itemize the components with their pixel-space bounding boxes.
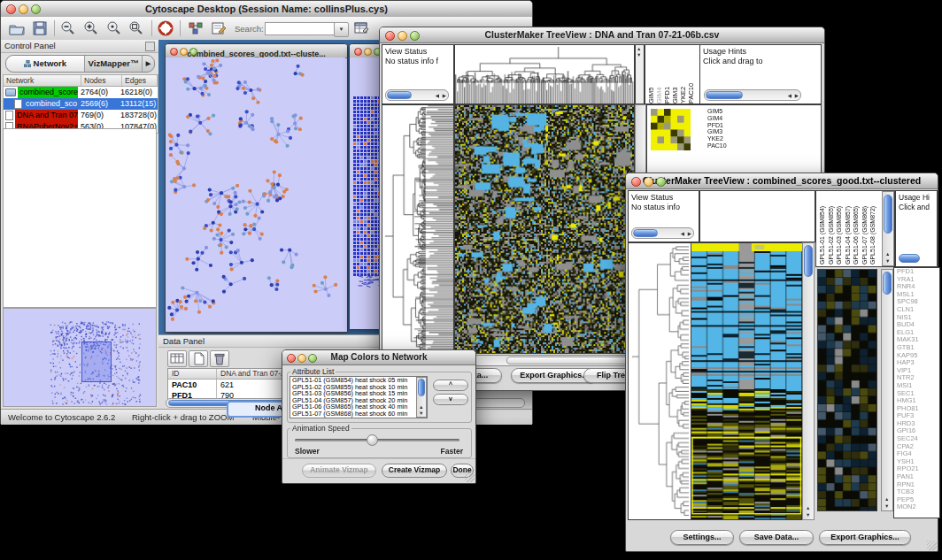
col-id[interactable]: ID [168, 369, 217, 379]
column-label[interactable]: GIM4 [655, 45, 663, 104]
network-table-row[interactable]: combined_sco 2569(6) 13112(15) [4, 98, 158, 110]
row-label[interactable]: PAC10 [707, 142, 727, 150]
scroll-left-icon[interactable]: ◀ [436, 93, 439, 98]
minimize-button[interactable] [19, 4, 28, 14]
scrollbar-thumb[interactable] [884, 195, 892, 234]
attribute-list-item[interactable]: GPL51-07 (GSM868) heat shock 60 min [290, 410, 427, 418]
resize-grip[interactable] [465, 472, 475, 482]
treeview1-titlebar[interactable]: ClusterMaker TreeView : DNA and Tran 07-… [380, 27, 824, 43]
row-label[interactable]: GIM3 [707, 128, 727, 135]
zoom-button[interactable] [189, 48, 197, 56]
network-table-row[interactable]: combined_scores 2764(0) 16218(0) [4, 87, 158, 98]
close-button[interactable] [170, 48, 178, 56]
scroll-right-icon[interactable]: ▶ [795, 93, 799, 98]
close-button[interactable] [6, 4, 16, 14]
tv1-corner-scroll[interactable]: ▲ ▼ [635, 44, 645, 104]
tv1-col-dendrogram[interactable] [454, 44, 635, 104]
scroll-up-icon[interactable]: ▲ [884, 496, 889, 502]
network-overview-panel[interactable] [3, 308, 157, 407]
close-button[interactable] [631, 177, 641, 187]
col-edges[interactable]: Edges [122, 75, 158, 86]
tv2-col-dendrogram-area[interactable] [699, 190, 815, 242]
scroll-up-icon[interactable]: ▲ [637, 46, 641, 51]
dialog-titlebar[interactable]: Map Colors to Network [282, 350, 475, 365]
scroll-down-icon[interactable]: ▼ [806, 512, 810, 518]
settings-button[interactable]: Settings... [670, 530, 734, 545]
zoom-selected-button[interactable] [105, 19, 123, 37]
row-label[interactable]: PFD1 [707, 122, 727, 129]
scroll-left-icon[interactable]: ◀ [681, 231, 684, 236]
column-label[interactable]: GPL51-01 (GSM854) [818, 191, 827, 265]
new-attribute-icon[interactable] [189, 350, 208, 367]
zoom-button[interactable] [308, 354, 317, 363]
scroll-right-icon[interactable]: ▶ [688, 231, 691, 236]
tv2-zoom-heatmap[interactable] [817, 269, 877, 511]
scrollbar-thumb[interactable] [633, 229, 658, 237]
column-label[interactable]: PFD1 [663, 45, 671, 104]
column-label[interactable]: GPL51-07 (GSM868) [861, 191, 869, 265]
zoom-fit-button[interactable] [127, 19, 145, 37]
minimize-button[interactable] [398, 31, 407, 41]
detach-panel-icon[interactable] [145, 42, 155, 51]
close-button[interactable] [385, 31, 395, 41]
column-label[interactable]: GIM5 [647, 45, 655, 104]
overview-canvas[interactable] [4, 309, 156, 406]
tv2-row-dendrogram[interactable] [628, 242, 691, 520]
tv1-summary-heatmap[interactable] [651, 109, 691, 150]
network-table-row[interactable]: DNA and Tran 07 769(0) 183728(0) [4, 110, 158, 121]
row-label[interactable]: GIM4 [707, 115, 727, 122]
scrollbar-thumb[interactable] [706, 91, 743, 99]
minimize-button[interactable] [297, 354, 306, 363]
scrollbar-thumb[interactable] [899, 254, 920, 263]
column-label[interactable]: GPL51-02 (GSM855) [827, 191, 836, 265]
scrollbar-thumb[interactable] [418, 379, 425, 396]
column-label[interactable]: YKE2 [679, 45, 687, 104]
search-dropdown-arrow-icon[interactable]: ▼ [334, 22, 349, 37]
delete-attribute-trash-icon[interactable] [210, 350, 229, 367]
scroll-left-icon[interactable]: ◀ [788, 93, 791, 98]
resize-grip[interactable] [927, 541, 937, 550]
tv1-heatmap[interactable] [454, 104, 635, 354]
row-label[interactable]: YKE2 [707, 135, 727, 142]
move-up-button[interactable]: ^ [433, 380, 468, 391]
tv2-heatmap-vscrollbar[interactable]: ▲ ▼ [802, 242, 815, 520]
usage-hints-scrollbar[interactable]: ◀ ▶ [704, 89, 801, 101]
animation-speed-slider-thumb[interactable] [367, 434, 378, 446]
main-titlebar[interactable]: Cytoscape Desktop (Session Name: collins… [1, 1, 532, 18]
tv2-labels-vscrollbar[interactable]: ▲ ▼ [882, 191, 894, 266]
help-lifering-icon[interactable] [157, 19, 174, 37]
tab-vizmapper[interactable]: VizMapper™ [85, 56, 142, 72]
scroll-down-icon[interactable]: ▼ [419, 410, 423, 416]
col-network[interactable]: Network [4, 75, 81, 86]
attribute-list[interactable]: GPL51-01 (GSM854) heat shock 05 minGPL51… [290, 376, 428, 418]
export-graphics-button[interactable]: Export Graphics... [819, 530, 911, 545]
close-button[interactable] [287, 354, 296, 363]
zoom-button[interactable] [410, 31, 420, 41]
move-down-button[interactable]: v [433, 394, 468, 405]
zoom-out-button[interactable] [59, 19, 77, 37]
column-label[interactable]: GIM3 [671, 45, 679, 104]
network-canvas[interactable] [166, 58, 345, 330]
scroll-up-icon[interactable]: ▲ [419, 404, 423, 410]
row-label[interactable]: GIM5 [707, 108, 727, 115]
network-overview-button[interactable] [187, 19, 205, 37]
gene-label[interactable]: MON2 [897, 503, 939, 511]
zoom-button[interactable] [31, 4, 41, 14]
more-tabs-arrow-icon[interactable]: ▶ [142, 56, 154, 72]
network-view-titlebar[interactable]: combined_scores_good.txt--cluste... [166, 44, 347, 58]
scroll-right-icon[interactable]: ▶ [443, 93, 446, 98]
column-label[interactable]: GPL51-03 (GSM856) [835, 191, 844, 265]
view-status-scrollbar[interactable]: ◀ ▶ [631, 227, 694, 239]
zoom-button[interactable] [656, 177, 666, 187]
search-input[interactable] [265, 22, 337, 35]
scroll-up-icon[interactable]: ▲ [885, 251, 890, 257]
tv2-zoom-vscrollbar[interactable]: ▲ ▼ [881, 269, 893, 511]
open-session-button[interactable] [8, 19, 26, 37]
close-button[interactable] [354, 48, 362, 56]
attribute-select-icon[interactable] [167, 350, 187, 367]
scrollbar-thumb[interactable] [387, 91, 412, 99]
create-vizmap-button[interactable]: Create Vizmap [382, 464, 447, 478]
scroll-up-icon[interactable]: ▲ [806, 505, 810, 510]
view-status-scrollbar[interactable]: ◀ ▶ [385, 89, 449, 101]
scroll-down-icon[interactable]: ▼ [637, 52, 641, 58]
